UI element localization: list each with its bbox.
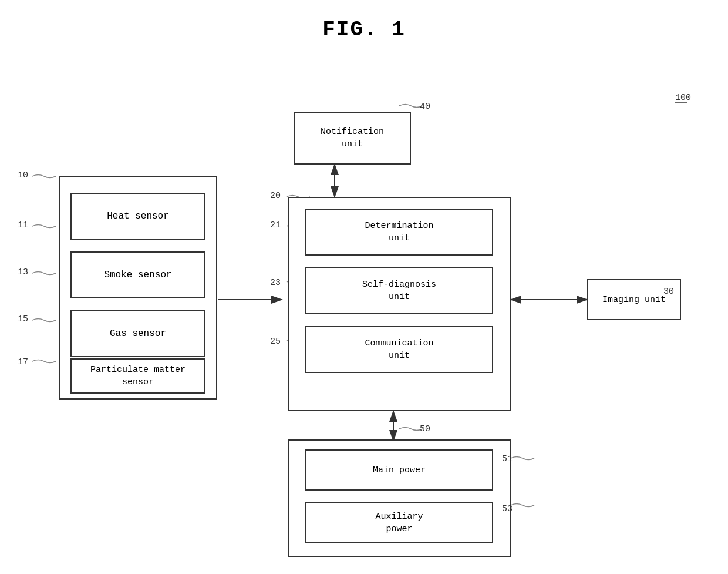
smoke-sensor-box: Smoke sensor xyxy=(70,251,205,298)
label-40: 40 xyxy=(420,102,430,112)
label-30: 30 xyxy=(663,287,674,297)
main-power-box: Main power xyxy=(305,449,493,491)
label-15: 15 xyxy=(18,314,28,324)
label-53: 53 xyxy=(502,504,513,514)
gas-sensor-box: Gas sensor xyxy=(70,310,205,357)
communication-unit-box: Communication unit xyxy=(305,326,493,373)
label-100: 100 xyxy=(675,93,691,103)
label-51: 51 xyxy=(502,454,513,464)
imaging-unit-box: Imaging unit xyxy=(587,279,681,320)
heat-sensor-box: Heat sensor xyxy=(70,193,205,240)
auxiliary-power-box: Auxiliary power xyxy=(305,502,493,543)
label-13: 13 xyxy=(18,267,28,277)
self-diagnosis-unit-box: Self-diagnosis unit xyxy=(305,267,493,314)
determination-unit-box: Determination unit xyxy=(305,209,493,256)
label-23: 23 xyxy=(270,278,281,288)
fig-title: FIG. 1 xyxy=(0,0,728,42)
label-17: 17 xyxy=(18,357,28,367)
label-20: 20 xyxy=(270,191,281,201)
notification-unit-box: Notification unit xyxy=(294,112,411,165)
label-11: 11 xyxy=(18,220,28,230)
label-10: 10 xyxy=(18,170,28,180)
particulate-sensor-box: Particulate matter sensor xyxy=(70,358,205,394)
label-50: 50 xyxy=(420,424,430,434)
label-21: 21 xyxy=(270,220,281,230)
label-25: 25 xyxy=(270,337,281,347)
